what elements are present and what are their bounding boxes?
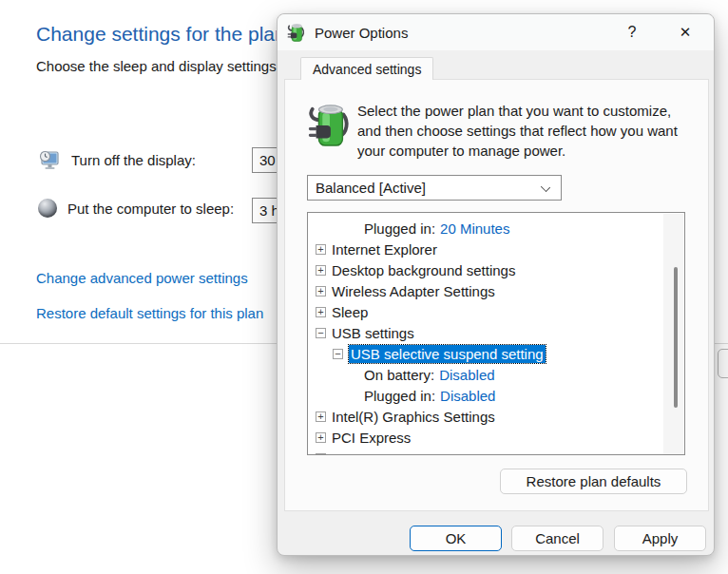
tree-item-pci-express[interactable]: + PCI Express [308, 427, 684, 448]
chevron-down-icon [541, 182, 550, 192]
tree-item-plugged-in-20min[interactable]: Plugged in:20 Minutes [308, 218, 684, 239]
help-button[interactable]: ? [611, 14, 653, 50]
expand-icon[interactable]: + [316, 265, 326, 276]
tree-item-internet-explorer[interactable]: + Internet Explorer [308, 239, 684, 259]
tree-item-value[interactable]: Disabled [439, 367, 494, 383]
advanced-settings-tree[interactable]: Plugged in:20 Minutes + Internet Explore… [307, 212, 685, 455]
expand-icon[interactable]: + [316, 432, 326, 443]
tree-item-label: PCI Express [332, 430, 411, 446]
power-options-icon [286, 23, 306, 43]
cancel-button[interactable]: Cancel [511, 526, 603, 551]
tree-item-intel-graphics[interactable]: + Intel(R) Graphics Settings [308, 406, 684, 427]
tree-item-label: Desktop background settings [332, 262, 515, 278]
tree-item-label: Plugged in: [364, 388, 435, 404]
tree-item-desktop-background[interactable]: + Desktop background settings [308, 259, 684, 280]
collapse-icon[interactable]: − [316, 328, 326, 338]
power-options-dialog: Power Options ? ✕ Advanced settings Sele… [277, 13, 715, 556]
tree-item-label: USB settings [332, 325, 414, 341]
expand-icon[interactable]: + [316, 307, 326, 317]
tree-item-label: Internet Explorer [332, 241, 437, 258]
apply-button[interactable]: Apply [614, 526, 706, 551]
restore-default-settings-link[interactable]: Restore default settings for this plan [36, 305, 263, 321]
expand-icon[interactable]: + [316, 286, 326, 297]
tree-item-label: On battery: [364, 367, 434, 383]
page-title: Change settings for the plan: [36, 23, 292, 46]
screen: { "background_window": { "heading": "Cha… [0, 0, 728, 574]
sleep-timeout-row: Put the computer to sleep: [38, 199, 234, 218]
tree-item-value[interactable]: Disabled [440, 388, 495, 404]
close-icon[interactable]: ✕ [664, 14, 706, 50]
power-plan-icon [307, 102, 351, 149]
change-advanced-power-settings-link[interactable]: Change advanced power settings [36, 270, 248, 286]
display-clock-icon [38, 148, 61, 171]
tree-item-label: Plugged in: [364, 220, 435, 237]
tree-item-usb-settings[interactable]: − USB settings [308, 322, 684, 343]
restore-plan-defaults-button[interactable]: Restore plan defaults [500, 469, 687, 494]
display-timeout-row: Turn off the display: [38, 148, 196, 171]
tree-item-plugged-in[interactable]: Plugged in:Disabled [308, 385, 684, 406]
sleep-icon [38, 199, 57, 218]
clipped-button-fragment[interactable] [718, 349, 728, 378]
tree-item-processor-power[interactable]: + Processor power management [308, 448, 684, 455]
selected-tree-item-label[interactable]: USB selective suspend setting [349, 345, 546, 363]
expand-icon[interactable]: + [316, 453, 326, 456]
tree-item-usb-selective-suspend[interactable]: − USB selective suspend setting [308, 343, 684, 364]
sleep-timeout-label: Put the computer to sleep: [67, 201, 234, 217]
page-subtitle: Choose the sleep and display settings [36, 58, 277, 74]
display-timeout-label: Turn off the display: [71, 152, 196, 168]
tree-item-on-battery[interactable]: On battery:Disabled [308, 364, 684, 385]
tree-item-wireless-adapter[interactable]: + Wireless Adapter Settings [308, 280, 684, 301]
dialog-title: Power Options [315, 25, 408, 41]
dialog-titlebar[interactable]: Power Options ? ✕ [278, 14, 714, 50]
tree-item-label: Sleep [332, 304, 368, 320]
tree-item-label: Intel(R) Graphics Settings [332, 409, 495, 425]
tree-item-label: Processor power management [332, 450, 526, 456]
power-plan-selected-value: Balanced [Active] [316, 180, 426, 196]
power-plan-select[interactable]: Balanced [Active] [307, 175, 562, 201]
tab-advanced-settings[interactable]: Advanced settings [300, 57, 433, 80]
scrollbar-thumb[interactable] [674, 267, 678, 408]
expand-icon[interactable]: + [316, 411, 326, 422]
expand-icon[interactable]: + [316, 244, 326, 255]
tree-item-value[interactable]: 20 Minutes [440, 220, 509, 237]
tree-item-label: Wireless Adapter Settings [332, 283, 495, 299]
ok-button[interactable]: OK [410, 526, 502, 551]
tree-item-sleep[interactable]: + Sleep [308, 301, 684, 322]
dialog-description: Select the power plan that you want to c… [357, 101, 692, 161]
collapse-icon[interactable]: − [333, 349, 343, 359]
